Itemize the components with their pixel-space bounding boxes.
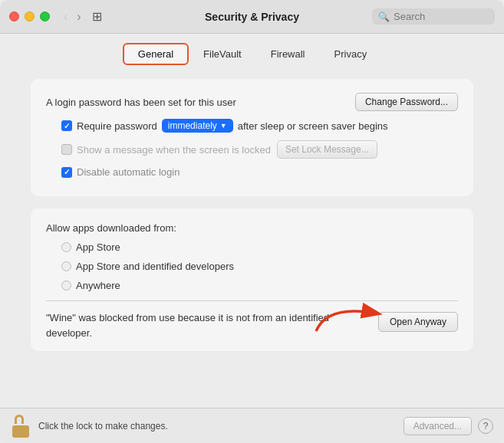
radio-app-store-row[interactable]: App Store <box>61 241 458 253</box>
require-password-label: Require password <box>77 120 157 132</box>
set-lock-message-button: Set Lock Message... <box>277 140 377 159</box>
back-button[interactable]: ‹ <box>61 9 71 25</box>
after-sleep-label: after sleep or screen saver begins <box>238 120 388 132</box>
forward-button[interactable]: › <box>74 9 84 25</box>
blocked-section: "Wine" was blocked from use because it i… <box>46 310 458 340</box>
window-title: Security & Privacy <box>205 11 299 23</box>
blocked-app-area: "Wine" was blocked from use because it i… <box>46 310 458 340</box>
lock-icon[interactable] <box>11 415 31 438</box>
allow-apps-label: Allow apps downloaded from: <box>46 222 176 234</box>
help-button[interactable]: ? <box>478 418 493 434</box>
maximize-button[interactable] <box>40 11 50 21</box>
advanced-button: Advanced... <box>404 417 472 435</box>
tab-privacy[interactable]: Privacy <box>320 43 382 65</box>
allow-apps-label-row: Allow apps downloaded from: <box>46 222 458 234</box>
require-password-row: Require password immediately ▼ after sle… <box>61 119 458 133</box>
show-message-label: Show a message when the screen is locked <box>77 144 271 156</box>
lock-shackle <box>15 415 24 424</box>
login-password-label: A login password has been set for this u… <box>46 97 355 108</box>
tab-firewall[interactable]: Firewall <box>256 43 320 65</box>
radio-app-store-devs-row[interactable]: App Store and identified developers <box>61 261 458 272</box>
dropdown-arrow-icon: ▼ <box>220 122 227 130</box>
radio-app-store-label: App Store <box>76 241 120 253</box>
radio-app-store-icon <box>61 242 71 252</box>
login-section: A login password has been set for this u… <box>31 79 473 196</box>
lock-label: Click the lock to make changes. <box>38 421 404 432</box>
radio-anywhere-label: Anywhere <box>76 280 120 291</box>
search-icon: 🔍 <box>378 11 390 22</box>
immediately-dropdown[interactable]: immediately ▼ <box>162 119 233 133</box>
checkbox-checked-icon <box>61 120 72 131</box>
minimize-button[interactable] <box>25 11 35 21</box>
allow-apps-section: Allow apps downloaded from: App Store Ap… <box>31 208 473 351</box>
grid-icon[interactable]: ⊞ <box>92 9 102 24</box>
search-box[interactable]: 🔍 <box>372 8 495 25</box>
disable-auto-login-row: Disable automatic login <box>61 166 458 178</box>
close-button[interactable] <box>9 11 19 21</box>
login-password-row: A login password has been set for this u… <box>46 93 458 111</box>
disable-auto-login-checkbox[interactable] <box>61 167 72 178</box>
traffic-lights <box>9 11 50 21</box>
radio-anywhere-row[interactable]: Anywhere <box>61 280 458 291</box>
tab-general[interactable]: General <box>123 43 189 65</box>
change-password-button[interactable]: Change Password... <box>355 93 458 111</box>
content-area: A login password has been set for this u… <box>0 65 504 371</box>
radio-app-store-devs-icon <box>61 261 71 271</box>
tab-filevault[interactable]: FileVault <box>189 43 256 65</box>
nav-buttons: ‹ › <box>61 9 84 25</box>
disable-auto-login-label: Disable automatic login <box>77 166 180 178</box>
tabs-bar: General FileVault Firewall Privacy <box>0 34 504 65</box>
divider <box>46 300 458 301</box>
radio-app-store-devs-label: App Store and identified developers <box>76 261 234 272</box>
show-message-checkbox[interactable] <box>61 144 72 155</box>
immediately-value: immediately <box>168 120 217 131</box>
require-password-checkbox[interactable]: Require password <box>61 120 157 132</box>
search-input[interactable] <box>394 11 489 22</box>
titlebar: ‹ › ⊞ Security & Privacy 🔍 <box>0 0 504 34</box>
show-message-row: Show a message when the screen is locked… <box>61 140 458 159</box>
blocked-text: "Wine" was blocked from use because it i… <box>46 310 338 340</box>
lock-body <box>12 425 29 438</box>
bottom-bar: Click the lock to make changes. Advanced… <box>0 408 504 443</box>
open-anyway-button[interactable]: Open Anyway <box>378 312 458 332</box>
radio-anywhere-icon <box>61 281 71 290</box>
